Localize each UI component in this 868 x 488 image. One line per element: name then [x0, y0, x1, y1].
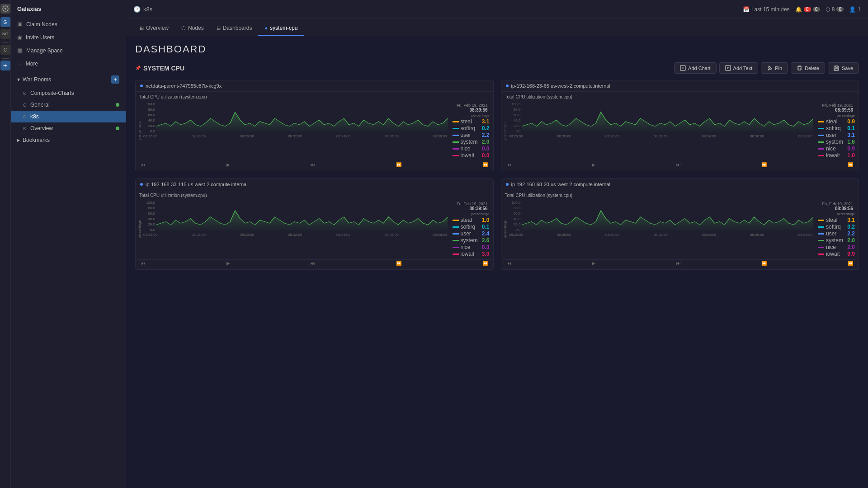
time-range-label: Last 15 minutes	[751, 6, 790, 13]
legend-name: system	[826, 237, 845, 244]
tab-dashboards[interactable]: ⊟ Dashboards	[210, 21, 259, 36]
room-general[interactable]: ⊙ General	[11, 99, 126, 111]
chart-ctrl-next[interactable]: ⏭	[675, 162, 682, 167]
sidebar-item-more[interactable]: ··· More	[11, 57, 126, 70]
save-button[interactable]: Save	[828, 62, 859, 74]
tab-nodes[interactable]: ⬡ Nodes	[175, 21, 210, 36]
legend-name: softirq	[461, 224, 480, 230]
chart-ctrl-next[interactable]: ⏭	[310, 261, 316, 266]
legend-value: 0.2	[847, 224, 855, 230]
chart-ctrl-zoom-in[interactable]: ⏩	[760, 162, 768, 167]
legend-header: percentage	[818, 212, 855, 216]
chart-ctrl-first[interactable]: ⏮	[506, 162, 512, 167]
workspace-nc[interactable]: NC	[0, 29, 10, 39]
x-label: 08:32:00	[654, 233, 668, 237]
legend-name: system	[461, 139, 480, 145]
chart-ctrl-zoom-out[interactable]: ⏪	[847, 162, 854, 167]
add-room-button[interactable]: +	[111, 75, 119, 84]
legend-item: steal 3.1	[453, 118, 490, 125]
chart-ctrl-first[interactable]: ⏮	[140, 261, 146, 266]
svg-marker-11	[156, 112, 448, 133]
svg-rect-5	[726, 66, 731, 70]
legend-item: steal 1.0	[453, 217, 490, 223]
percentage-label: percentage	[137, 220, 142, 238]
sidebar-item-invite-users[interactable]: ◉ Invite Users	[11, 31, 126, 44]
legend-item: nice 0.0	[453, 145, 490, 152]
legend-item: softirq 0.1	[453, 224, 490, 230]
chart-ctrl-zoom-out[interactable]: ⏪	[481, 162, 489, 167]
chart-ctrl-zoom-in[interactable]: ⏩	[395, 261, 402, 266]
x-label: 08:28:00	[192, 233, 206, 237]
legend-color	[453, 233, 459, 235]
room-overview[interactable]: ⊙ Overview	[11, 122, 126, 134]
x-label: 08:28:00	[557, 233, 571, 237]
chart-legend: Fri, Feb 19, 202108:39:56 percentage ste…	[816, 200, 857, 258]
legend-color	[453, 226, 459, 228]
legend-value: 0.0	[482, 145, 490, 152]
time-range[interactable]: 📅 Last 15 minutes	[743, 6, 790, 13]
user-icon: ◉	[17, 34, 22, 41]
chart-card-chart1: netdata-parent-747955c87b-kcg9x Total CP…	[135, 80, 494, 171]
chart-ctrl-prev[interactable]: ▶	[226, 162, 231, 167]
nodes-info[interactable]: ⬡ 8 0	[826, 6, 844, 13]
chart-ctrl-next[interactable]: ⏭	[675, 261, 682, 266]
chart-ctrl-first[interactable]: ⏮	[140, 162, 146, 167]
legend-header: percentage	[818, 113, 855, 117]
tab-overview[interactable]: ⊞ Overview	[133, 21, 175, 36]
chart-ctrl-zoom-out[interactable]: ⏪	[481, 261, 489, 266]
chart-ctrl-zoom-out[interactable]: ⏪	[847, 261, 854, 266]
tab-system-cpu[interactable]: ● system-cpu	[258, 21, 304, 36]
y-label: 100.0	[508, 102, 521, 106]
war-rooms-toggle[interactable]: ▾ War Rooms	[17, 76, 51, 83]
svg-marker-13	[156, 211, 448, 231]
chart-controls: ⏮ ▶ ⏭ ⏩ ⏪	[137, 161, 491, 169]
users-icon: 👤	[849, 6, 856, 13]
content-area: DASHBOARD 📌 SYSTEM CPU Add Chart Add Tex…	[126, 36, 868, 488]
delete-button[interactable]: Delete	[791, 62, 825, 74]
legend-name: user	[461, 230, 480, 237]
chart-ctrl-zoom-in[interactable]: ⏩	[395, 162, 402, 167]
topbar: 🕐 k8s 📅 Last 15 minutes 🔔 0 0 ⬡ 8 0 👤	[126, 0, 868, 19]
legend-value: 0.0	[482, 152, 490, 159]
app-logo[interactable]	[0, 4, 10, 14]
legend-value: 0.3	[482, 244, 490, 250]
x-label: 08:26:00	[143, 134, 157, 138]
chart-ctrl-zoom-in[interactable]: ⏩	[760, 261, 768, 266]
sidebar-item-manage-space[interactable]: ▦ Manage Space	[11, 44, 126, 57]
chart-controls: ⏮ ▶ ⏭ ⏩ ⏪	[503, 259, 857, 267]
chart-ctrl-next[interactable]: ⏭	[310, 162, 316, 167]
room-icon: ⊙	[23, 102, 27, 108]
pin-button[interactable]: Pin	[761, 62, 788, 74]
chart-date: Fri, Feb 19, 202108:39:56	[818, 102, 855, 113]
workspace-c[interactable]: C	[0, 45, 10, 55]
sidebar-item-claim-nodes[interactable]: ▣ Claim Nodes	[11, 18, 126, 31]
room-k8s[interactable]: ⊙ k8s	[11, 111, 126, 122]
dashboard-section: 📌 SYSTEM CPU Add Chart Add Text Pin	[135, 62, 859, 270]
legend-item: user 3.1	[818, 132, 855, 138]
notifications[interactable]: 🔔 0 0	[795, 6, 820, 13]
room-composite-charts[interactable]: ⊙ Composite-Charts	[11, 87, 126, 99]
legend-name: nice	[826, 244, 845, 250]
legend-color	[818, 121, 824, 122]
add-workspace-button[interactable]: +	[0, 61, 10, 70]
chart-ctrl-prev[interactable]: ▶	[226, 261, 231, 266]
chart-ctrl-prev[interactable]: ▶	[591, 261, 596, 266]
y-label: 60.0	[142, 211, 155, 216]
chart-ctrl-prev[interactable]: ▶	[591, 162, 596, 167]
chart-ctrl-first[interactable]: ⏮	[506, 261, 512, 266]
chart-controls: ⏮ ▶ ⏭ ⏩ ⏪	[137, 259, 491, 267]
legend-item: nice 0.9	[818, 145, 855, 152]
legend-value: 2.0	[847, 237, 855, 244]
bookmarks-section[interactable]: ▸ Bookmarks	[11, 134, 126, 146]
add-text-button[interactable]: Add Text	[719, 62, 759, 74]
add-text-icon	[725, 65, 731, 71]
legend-name: system	[826, 139, 845, 145]
clock-icon: 🕐	[133, 6, 141, 13]
users-info[interactable]: 👤 1	[849, 6, 861, 13]
legend-color	[818, 155, 824, 156]
add-chart-button[interactable]: Add Chart	[674, 62, 717, 74]
workspace-g[interactable]: G	[0, 17, 10, 27]
legend-value: 1.0	[482, 217, 490, 223]
legend-color	[818, 220, 824, 221]
chart-area: percentage 100.080.060.040.020.00.0	[503, 200, 857, 258]
